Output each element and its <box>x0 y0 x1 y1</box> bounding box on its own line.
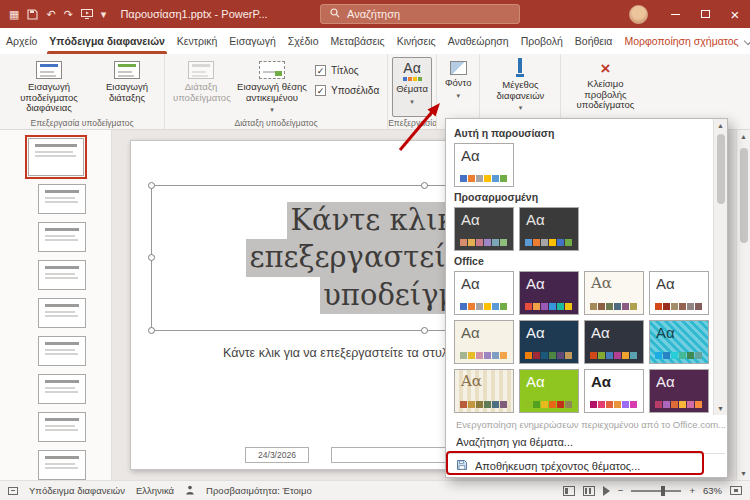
minimize-button[interactable] <box>660 0 690 28</box>
titlebar: ▦ ↶ ↷ ▾ Παρουσίαση1.pptx - PowerP... Ανα… <box>0 0 750 28</box>
master-layout-icon <box>188 61 214 79</box>
slide-size-button[interactable]: Μέγεθος διαφανειών ▾ <box>484 57 556 117</box>
tab-8[interactable]: Αναθεώρηση <box>442 28 515 54</box>
normal-view-icon[interactable] <box>563 486 575 496</box>
themes-scrollbar[interactable]: ▲ ▼ <box>713 119 727 415</box>
themes-scrollbar-thumb[interactable] <box>717 134 725 204</box>
search-box[interactable]: Αναζήτηση <box>320 4 520 24</box>
browse-for-themes-item[interactable]: Αναζήτηση για θέματα... <box>446 432 727 452</box>
layout-thumbnail-2[interactable] <box>38 222 86 252</box>
themes-scroll-down-icon[interactable]: ▼ <box>717 405 724 412</box>
layout-thumbnail-6[interactable] <box>38 374 86 404</box>
date-placeholder[interactable]: 24/3/2026 <box>245 447 309 463</box>
theme-office-9[interactable]: Αα <box>454 369 514 413</box>
save-current-theme-item[interactable]: Αποθήκευση τρέχοντος θέματος... <box>446 455 727 477</box>
footer-placeholder[interactable] <box>331 447 449 463</box>
layout-thumbnail-5[interactable] <box>38 336 86 366</box>
insert-placeholder-icon <box>259 61 285 79</box>
tab-5[interactable]: Σχέδιο <box>282 28 325 54</box>
close-button[interactable]: × <box>720 0 750 28</box>
zoom-percent[interactable]: 63% <box>703 485 722 496</box>
insert-layout-label: Εισαγωγή διάταξης <box>98 82 156 103</box>
title-checkbox-row[interactable]: ✓ Τίτλος <box>315 65 379 76</box>
ribbon-tabs: ΑρχείοΥπόδειγμα διαφανειώνΚεντρικήΕισαγω… <box>0 28 745 54</box>
insert-slide-master-button[interactable]: Εισαγωγή υποδείγματος διαφάνειας <box>4 57 94 117</box>
tab-6[interactable]: Μεταβάσεις <box>324 28 390 54</box>
background-button[interactable]: Φόντο ▾ <box>441 57 476 117</box>
theme-office-8[interactable]: Αα <box>649 320 709 364</box>
zoom-slider[interactable] <box>631 490 681 492</box>
theme-office-11[interactable]: Αα <box>584 369 644 413</box>
zoom-in-icon[interactable]: + <box>689 485 695 496</box>
themes-label: Θέματα <box>396 84 428 95</box>
layout-thumbnail-1[interactable] <box>38 184 86 214</box>
theme-office-3[interactable]: Αα <box>584 271 644 315</box>
search-icon <box>330 8 340 20</box>
title-checkbox-icon: ✓ <box>315 65 326 76</box>
layout-thumbnail-4[interactable] <box>38 298 86 328</box>
footers-checkbox-icon: ✓ <box>315 85 326 96</box>
insert-placeholder-button[interactable]: Εισαγωγή θέσης αντικειμένου ▾ <box>233 57 311 117</box>
slideshow-view-icon[interactable] <box>603 486 610 496</box>
statusbar-right: − + 63% <box>563 485 742 496</box>
theme-office-1[interactable]: Αα <box>454 271 514 315</box>
layout-thumbnail-8[interactable] <box>38 450 86 480</box>
app-grid-icon[interactable]: ▦ <box>9 9 19 20</box>
zoom-slider-thumb[interactable] <box>661 486 665 496</box>
theme-office-4[interactable]: Αα <box>649 271 709 315</box>
theme-office-5[interactable]: Αα <box>454 320 514 364</box>
tab-9[interactable]: Προβολή <box>515 28 569 54</box>
vertical-scrollbar[interactable]: ▲ ▼ <box>736 130 750 480</box>
language-status[interactable]: Ελληνικά <box>136 485 174 496</box>
title-checkbox-label: Τίτλος <box>331 65 359 76</box>
tab-3[interactable]: Κεντρική <box>171 28 223 54</box>
theme-custom-1[interactable]: Αα <box>454 207 514 251</box>
close-icon: × <box>731 7 740 22</box>
fit-to-window-icon[interactable] <box>730 486 742 495</box>
layout-thumbnail-3[interactable] <box>38 260 86 290</box>
theme-current-1[interactable]: Αα <box>454 143 514 187</box>
qat-customize-chevron-icon[interactable]: ▾ <box>101 9 107 20</box>
zoom-out-icon[interactable]: − <box>618 485 624 496</box>
tab-4[interactable]: Εισαγωγή <box>223 28 281 54</box>
layout-thumbnail-7[interactable] <box>38 412 86 442</box>
theme-custom-2[interactable]: Αα <box>519 207 579 251</box>
scrollbar-thumb[interactable] <box>740 148 748 243</box>
close-master-view-icon: × <box>600 61 610 76</box>
footers-checkbox-row[interactable]: ✓ Υποσέλιδα <box>315 85 379 96</box>
themes-scroll-up-icon[interactable]: ▲ <box>717 122 724 129</box>
close-master-view-button[interactable]: × Κλείσιμο προβολής υποδείγματος <box>565 57 645 117</box>
search-label: Αναζήτηση <box>347 8 400 20</box>
slide-size-label: Μέγεθος διαφανειών <box>488 80 552 101</box>
footers-checkbox-label: Υποσέλιδα <box>331 85 379 96</box>
slideshow-icon[interactable] <box>81 9 93 19</box>
save-icon[interactable] <box>27 9 38 20</box>
tab-2[interactable]: Υπόδειγμα διαφανειών <box>43 28 171 54</box>
themes-chevron-icon: ▾ <box>410 98 414 105</box>
theme-office-12[interactable]: Αα <box>649 369 709 413</box>
scroll-down-icon[interactable]: ▼ <box>740 470 747 477</box>
scroll-up-icon[interactable]: ▲ <box>740 133 747 140</box>
insert-layout-button[interactable]: Εισαγωγή διάταξης <box>94 57 160 117</box>
accessibility-status[interactable]: Προσβασιμότητα: Έτοιμο <box>206 485 312 496</box>
tab-1[interactable]: Αρχείο <box>0 28 43 54</box>
tab-10[interactable]: Βοήθεια <box>569 28 619 54</box>
menu-separator <box>448 453 725 454</box>
user-avatar[interactable] <box>629 5 648 24</box>
theme-office-6[interactable]: Αα <box>519 320 579 364</box>
background-label: Φόντο <box>445 78 472 89</box>
slide-sorter-view-icon[interactable] <box>583 486 595 496</box>
insert-slide-master-icon <box>36 61 62 79</box>
theme-office-7[interactable]: Αα <box>584 320 644 364</box>
themes-office-grid: ΑαΑαΑαΑαΑαΑαΑαΑαΑαΑαΑαΑα <box>454 271 709 413</box>
master-body-text[interactable]: Κάντε κλικ για να επεξεργαστείτε τα στυλ <box>223 346 448 360</box>
theme-office-2[interactable]: Αα <box>519 271 579 315</box>
redo-icon[interactable]: ↷ <box>64 9 73 20</box>
theme-office-10[interactable]: Αα <box>519 369 579 413</box>
tab-7[interactable]: Κινήσεις <box>391 28 442 54</box>
master-slide-thumbnail[interactable] <box>28 138 84 176</box>
undo-icon[interactable]: ↶ <box>46 9 55 20</box>
maximize-button[interactable] <box>690 0 720 28</box>
tab-contextual-format-shape[interactable]: Μορφοποίηση σχήματος <box>618 28 744 54</box>
themes-button[interactable]: Αα Θέματα ▾ <box>392 57 432 117</box>
